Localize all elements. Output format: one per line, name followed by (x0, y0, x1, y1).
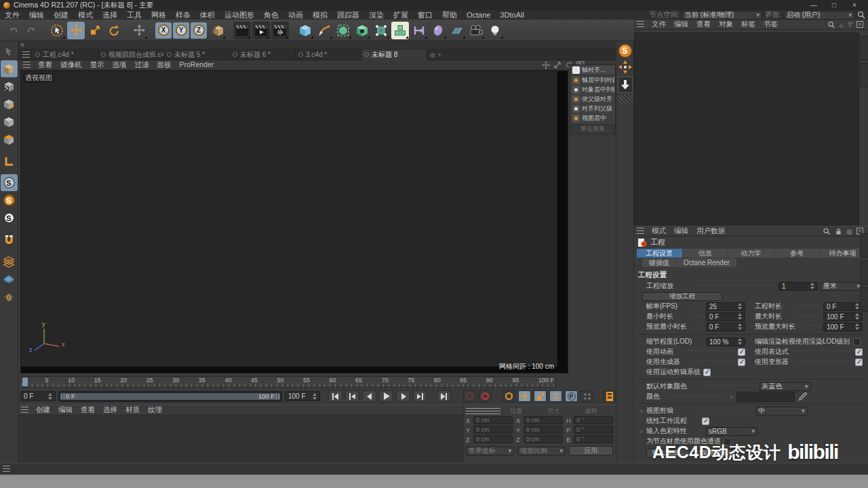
preview-max-field[interactable]: 100 F (823, 323, 863, 331)
menu-item[interactable]: 编辑 (24, 10, 49, 20)
coord-mode-select[interactable]: 缩放比例▾ (517, 447, 566, 455)
min-time-field[interactable]: 0 F (706, 312, 745, 321)
position-z-field[interactable]: 0 cm (473, 435, 513, 443)
autokey-button[interactable] (502, 390, 515, 402)
rotation-p-field[interactable]: 0 ° (574, 426, 613, 434)
keyframe-selection-button[interactable] (479, 390, 492, 402)
key-pla-toggle[interactable] (580, 390, 593, 402)
project-scale-field[interactable]: 1 (778, 282, 818, 291)
menu-item[interactable]: 模式 (73, 10, 98, 20)
align-palette-item[interactable]: 对象居中到轴 (571, 85, 614, 94)
cloner-button[interactable] (391, 22, 409, 39)
goto-start-button[interactable] (328, 390, 342, 402)
attribute-tab[interactable]: 工程设置 (637, 249, 682, 258)
drop-to-floor-icon[interactable] (618, 77, 633, 93)
coord-header-rotation[interactable]: 旋转 (578, 407, 613, 415)
texture-axis-mode-icon[interactable] (1, 96, 18, 113)
viewport-menu-item[interactable]: 显示 (86, 60, 108, 70)
minimize-button[interactable]: — (804, 1, 824, 9)
live-selection-button[interactable] (48, 22, 66, 39)
use-animation-checkbox[interactable] (738, 348, 745, 356)
menu-item[interactable]: 渲染 (364, 10, 389, 20)
key-rotation-toggle[interactable] (549, 390, 562, 402)
document-tab[interactable]: 3.c4d * (296, 49, 361, 60)
document-tab[interactable]: 工程.c4d * (33, 49, 98, 60)
om-path-icon[interactable]: ⌂ (840, 21, 844, 28)
attribute-tab[interactable]: 键插值 (642, 258, 676, 267)
align-palette-item[interactable]: 视图居中 (571, 113, 614, 123)
convert-to-editable-icon[interactable] (1, 43, 18, 60)
workplane-icon[interactable] (1, 270, 18, 287)
rotation-b-field[interactable]: 0 ° (574, 435, 613, 443)
attribute-menu-icon[interactable] (637, 228, 644, 235)
key-parameter-toggle[interactable]: P (565, 390, 578, 402)
solo-hierarchy-icon[interactable]: S (1, 209, 18, 226)
am-search-icon[interactable] (823, 228, 831, 235)
motion-clip-icon[interactable] (603, 390, 616, 402)
fps-field[interactable]: 25 (706, 302, 745, 311)
align-palette-item[interactable]: 对齐到父级 (571, 104, 614, 113)
align-palette-item[interactable]: 轴对齐... (571, 66, 614, 75)
menu-item[interactable]: 运动图形 (220, 10, 259, 20)
interface-select[interactable]: 启动 (用户)▾ (784, 11, 854, 20)
render-lod-checkbox[interactable] (853, 338, 861, 346)
use-generators-checkbox[interactable] (738, 359, 745, 366)
menu-item[interactable]: 帮助 (437, 10, 462, 20)
spline-constraint-button[interactable] (410, 22, 428, 39)
axis-y-lock-button[interactable]: Y (173, 22, 189, 39)
panel-side-tab[interactable] (860, 287, 868, 312)
zoom-view-icon[interactable] (553, 61, 561, 69)
search-icon[interactable] (857, 11, 865, 19)
undo-icon[interactable] (4, 22, 22, 39)
subdivision-surface-button[interactable] (334, 22, 352, 39)
menu-item[interactable]: Octane (462, 10, 495, 20)
layer-stack-icon[interactable] (1, 253, 18, 270)
points-mode-icon[interactable] (1, 113, 18, 130)
attribute-tab[interactable]: 参考 (774, 249, 820, 258)
coord-header-size[interactable]: 尺寸 (541, 407, 576, 415)
use-deformers-checkbox[interactable] (855, 359, 863, 366)
menu-item[interactable]: 体积 (195, 10, 220, 20)
new-tab-icon[interactable]: + (438, 52, 441, 58)
object-tree[interactable] (634, 33, 859, 226)
tab-list-icon[interactable]: ◎ (430, 52, 435, 58)
document-tab[interactable]: 未标题 8 (361, 49, 427, 60)
timeline-ruler[interactable]: 0510152025303540455055606570758085909510… (20, 376, 556, 388)
axis-x-lock-button[interactable]: X (155, 22, 172, 39)
material-menu-icon[interactable] (21, 407, 28, 413)
menu-item[interactable]: 网格 (146, 10, 171, 20)
render-view-button[interactable] (233, 22, 251, 39)
goto-end-button[interactable] (437, 390, 451, 402)
use-expressions-checkbox[interactable] (855, 348, 863, 356)
end-frame-field[interactable]: 100 F (285, 391, 320, 401)
volume-builder-button[interactable] (353, 22, 371, 39)
object-manager-menu-item[interactable]: 标签 (737, 20, 760, 29)
render-picture-viewer-button[interactable] (252, 22, 270, 39)
next-frame-button[interactable] (396, 390, 410, 402)
spline-pen-button[interactable] (315, 22, 333, 39)
project-scale-unit-select[interactable]: 厘米▾ (821, 282, 863, 291)
scale-tool-button[interactable] (86, 22, 104, 39)
viewport-menu-icon[interactable] (23, 62, 31, 68)
document-tab[interactable]: 未标题 5 * (164, 49, 230, 60)
viewport-menu-item[interactable]: 选项 (108, 60, 131, 70)
preview-min-field[interactable]: 0 F (706, 323, 745, 331)
align-palette-item[interactable]: 使父级对齐 (571, 94, 614, 104)
play-button[interactable] (379, 390, 393, 402)
rotate-tool-button[interactable] (105, 22, 123, 39)
eyedropper-icon[interactable] (799, 392, 807, 401)
material-menu-item[interactable]: 纹理 (144, 405, 166, 415)
next-key-button[interactable] (413, 390, 427, 402)
menu-item[interactable]: 3DtoAll (495, 10, 528, 20)
apply-button[interactable]: 应用 (569, 446, 613, 455)
menu-item[interactable]: 动画 (283, 10, 308, 20)
coord-header-position[interactable]: 位置 (503, 407, 538, 415)
close-button[interactable]: × (844, 1, 865, 9)
panel-side-tab[interactable] (860, 260, 868, 285)
render-settings-button[interactable] (271, 22, 289, 39)
range-grip-right[interactable] (276, 394, 279, 399)
key-position-toggle[interactable] (518, 390, 531, 402)
previous-frame-button[interactable] (362, 390, 376, 402)
material-menu-item[interactable]: 编辑 (54, 405, 77, 415)
attribute-menu-item[interactable]: 编辑 (670, 226, 692, 236)
